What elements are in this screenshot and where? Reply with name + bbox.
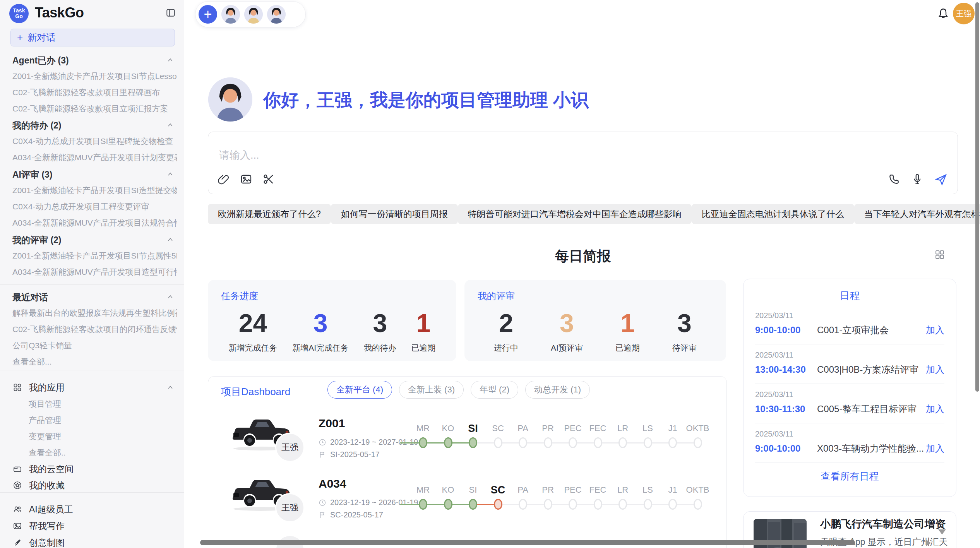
add-agent-button[interactable]: +: [199, 5, 217, 24]
list-item[interactable]: A034-全新新能源MUV产品开发项目造型可行性评审: [12, 266, 177, 278]
stat-value: 3: [672, 309, 697, 337]
microphone-icon[interactable]: [911, 173, 923, 185]
suggestion-chip[interactable]: 如何写一份清晰的项目周报: [331, 204, 458, 224]
list-item[interactable]: C0X4-动力总成开发项目工程变更评审: [12, 201, 177, 212]
divider: [0, 370, 184, 370]
group-header-recent[interactable]: 最近对话: [12, 291, 161, 303]
attachment-icon[interactable]: [218, 173, 230, 185]
list-item[interactable]: Z001-全新燃油轻卡产品开发项目SI造型提交物评审: [12, 185, 177, 196]
milestone-label: PEC: [560, 423, 585, 434]
stat: 1已逾期: [411, 309, 436, 353]
milestone-label: MR: [411, 484, 435, 496]
entry-title: C005-整车工程目标评审: [817, 403, 926, 415]
chevron-up-icon[interactable]: [167, 293, 174, 300]
milestone-dot: [494, 499, 502, 510]
chevron-up-icon[interactable]: [167, 57, 174, 63]
vertical-scrollbar[interactable]: [975, 2, 979, 392]
milestone-dot: [569, 437, 577, 448]
milestone-dot: [494, 437, 502, 448]
entry-title: C003|H0B-方案冻结评审: [817, 363, 926, 376]
sidebar-item-favorites[interactable]: 我的收藏: [13, 479, 177, 491]
notification-bell-icon[interactable]: [937, 7, 950, 21]
avatar[interactable]: [221, 5, 240, 24]
plus-icon: +: [17, 33, 23, 43]
list-item[interactable]: Z001-全新燃油皮卡产品开发项目SI节点Lesson Learn报告: [12, 70, 177, 82]
milestone-dot: [668, 499, 677, 510]
entry-date: 2025/03/11: [755, 311, 944, 320]
phone-icon[interactable]: [888, 173, 900, 185]
chevron-up-icon[interactable]: [167, 236, 174, 243]
owner-badge: 王强: [275, 493, 305, 522]
sidebar-item-creative-draw[interactable]: 创意制图: [13, 536, 177, 548]
list-item[interactable]: A034-全新新能源MUV产品开发项目计划变更表编写: [12, 152, 177, 163]
list-item[interactable]: 解释最新出台的欧盟报废车法规再生塑料比例被调至15%...: [12, 307, 177, 319]
my-apps-label: 我的应用: [29, 381, 65, 394]
join-button[interactable]: 加入: [926, 363, 944, 376]
list-item[interactable]: 公司Q3轻卡销量: [12, 340, 177, 351]
join-button[interactable]: 加入: [926, 324, 944, 336]
suggestion-chip[interactable]: 当下年轻人对汽车外观有怎样的喜好趋势: [854, 204, 980, 224]
stat: 3AI预评审: [551, 309, 583, 353]
stat-label: 新增AI完成任务: [292, 342, 349, 353]
list-item[interactable]: C02-飞腾新能源轻客改款项目立项汇报方案: [12, 103, 177, 115]
chat-input[interactable]: [218, 149, 762, 162]
join-button[interactable]: 加入: [926, 403, 944, 415]
avatar[interactable]: [267, 5, 286, 24]
chevron-up-icon[interactable]: [167, 171, 174, 178]
view-all-schedule[interactable]: 查看所有日程: [744, 470, 956, 483]
milestone-dot: [519, 499, 527, 510]
scroll-right-arrow[interactable]: [926, 539, 931, 546]
sidebar-item-cloud-space[interactable]: 我的云空间: [13, 463, 177, 475]
sidebar-item-change-mgmt[interactable]: 变更管理: [29, 431, 177, 442]
suggestion-chip[interactable]: 比亚迪全固态电池计划具体说了什么: [692, 204, 854, 224]
tab-platform[interactable]: 全新平台 (4): [327, 381, 392, 399]
favorites-label: 我的收藏: [29, 479, 65, 491]
milestone-label: LS: [636, 423, 660, 434]
milestone-dot: [644, 437, 652, 448]
chevron-up-icon[interactable]: [167, 122, 174, 128]
new-chat-button[interactable]: + 新对话: [10, 29, 175, 46]
scissors-icon[interactable]: [262, 173, 275, 185]
milestone-dot: [544, 437, 552, 448]
group-header-ai-review[interactable]: AI评审 (3): [12, 168, 161, 181]
flag-milestone: SC-2025-05-17: [330, 510, 383, 519]
tab-model-year[interactable]: 年型 (2): [471, 381, 518, 399]
sidebar-item-product-mgmt[interactable]: 产品管理: [29, 414, 177, 426]
tab-powertrain[interactable]: 动总开发 (1): [525, 381, 590, 399]
list-item[interactable]: C02-飞腾新能源轻客改款项目的闭环通告反馈情况: [12, 324, 177, 335]
view-all-apps[interactable]: 查看全部..: [29, 447, 177, 459]
card-title: 任务进度: [221, 290, 443, 302]
group-header-my-todo[interactable]: 我的待办 (2): [12, 119, 161, 132]
tab-upfit[interactable]: 全新上装 (3): [399, 381, 464, 399]
sidebar-item-ai-staff[interactable]: AI超级员工: [13, 503, 177, 515]
user-avatar[interactable]: 王强: [953, 3, 975, 24]
sidebar-item-project-mgmt[interactable]: 项目管理: [29, 398, 177, 410]
suggestion-chip[interactable]: 欧洲新规最近颁布了什么?: [208, 204, 331, 224]
sidebar-collapse-icon[interactable]: [166, 8, 176, 18]
sidebar-item-help-write[interactable]: 帮我写作: [13, 520, 177, 532]
horizontal-scrollbar[interactable]: [200, 540, 855, 545]
group-header-agent-done[interactable]: Agent已办 (3): [12, 54, 161, 67]
image-upload-icon[interactable]: [240, 173, 252, 185]
join-button[interactable]: 加入: [926, 442, 944, 455]
suggestion-chip[interactable]: 特朗普可能对进口汽车增税会对中国车企造成哪些影响: [458, 204, 692, 224]
list-item[interactable]: C0X4-动力总成开发项目SI里程碑提交物检查: [12, 135, 177, 147]
view-all-recent[interactable]: 查看全部...: [12, 356, 177, 368]
stat-value: 1: [615, 309, 640, 337]
list-item[interactable]: Z001-全新燃油轻卡产品开发项目SI节点属性5D文件评审: [12, 250, 177, 262]
send-icon[interactable]: [934, 173, 947, 185]
chat-composer: [208, 132, 958, 194]
layout-grid-icon[interactable]: [934, 249, 945, 260]
sidebar-item-my-apps[interactable]: 我的应用: [13, 381, 177, 394]
list-item[interactable]: C02-飞腾新能源轻客改款项目里程碑画布: [12, 87, 177, 98]
group-header-my-review[interactable]: 我的评审 (2): [12, 234, 161, 246]
list-item[interactable]: A034-全新新能源MUV产品开发项目法规符合性评审: [12, 217, 177, 229]
flag-icon: [319, 451, 326, 459]
avatar[interactable]: [244, 5, 263, 24]
milestone-label: SC: [486, 423, 511, 434]
milestone-dot: [694, 437, 702, 448]
scroll-down-arrow[interactable]: [938, 529, 946, 534]
milestone-label: OKTB: [685, 484, 710, 496]
entry-title: C001-立项审批会: [817, 324, 926, 336]
chevron-up-icon[interactable]: [167, 384, 174, 391]
